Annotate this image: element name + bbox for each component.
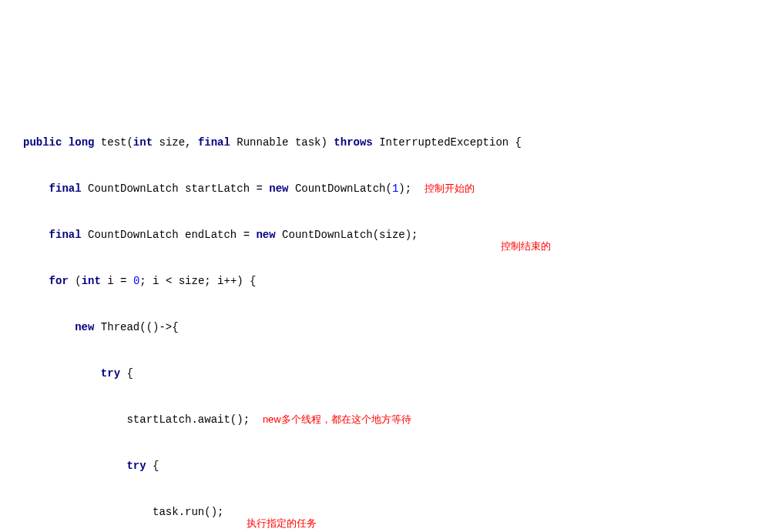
code-line: try {	[23, 454, 759, 477]
code-text: CountDownLatch startLatch =	[82, 182, 270, 195]
keyword-int: int	[133, 136, 153, 149]
keyword-new: new	[269, 182, 288, 195]
keyword-for: for	[49, 275, 69, 287]
keyword-final: final	[49, 229, 82, 241]
keyword-long: long	[69, 136, 95, 149]
keyword-final: final	[49, 182, 82, 195]
code-text: (	[69, 275, 82, 287]
code-line: try {	[23, 362, 759, 385]
code-text: Runnable task)	[230, 136, 334, 149]
keyword-try: try	[101, 367, 120, 380]
code-line: final CountDownLatch startLatch = new Co…	[23, 177, 759, 200]
code-text: {	[146, 460, 159, 472]
code-line: final CountDownLatch endLatch = new Coun…	[23, 223, 759, 246]
code-text: test(	[94, 136, 133, 149]
annotation: 控制结束的	[501, 235, 551, 258]
code-line: task.run();执行指定的任务	[23, 500, 759, 524]
code-line: public long test(int size, final Runnabl…	[23, 131, 759, 154]
keyword-public: public	[23, 136, 62, 149]
code-line: new Thread(()->{	[23, 316, 759, 339]
code-text: i =	[101, 275, 133, 287]
code-text: size,	[153, 136, 198, 149]
annotation: 执行指定的任务	[247, 512, 317, 532]
code-text: {	[120, 367, 133, 380]
keyword-int: int	[82, 275, 101, 287]
keyword-final: final	[198, 136, 230, 149]
keyword-try: try	[126, 460, 146, 472]
keyword-new: new	[75, 321, 94, 333]
annotation: new多个线程，都在这个地方等待	[263, 413, 411, 425]
code-text: Thread(()->{	[94, 321, 178, 333]
keyword-throws: throws	[334, 136, 372, 149]
code-text: CountDownLatch(size);	[276, 229, 418, 241]
code-block: public long test(int size, final Runnabl…	[23, 108, 759, 532]
code-line: for (int i = 0; i < size; i++) {	[23, 269, 759, 293]
code-line: startLatch.await(); new多个线程，都在这个地方等待	[23, 408, 759, 431]
code-text: CountDownLatch endLatch =	[82, 229, 257, 241]
code-text: InterruptedException {	[373, 136, 522, 149]
keyword-new: new	[256, 229, 275, 241]
code-text: startLatch.await();	[126, 413, 250, 426]
code-text: task.run();	[153, 506, 223, 518]
annotation: 控制开始的	[425, 182, 475, 194]
code-text: ; i < size; i++) {	[139, 275, 256, 287]
code-text: );	[398, 182, 411, 195]
code-text: CountDownLatch(	[288, 182, 391, 195]
